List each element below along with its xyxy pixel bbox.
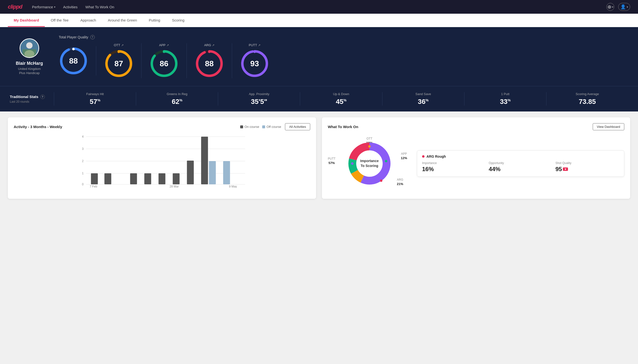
svg-point-6 bbox=[72, 48, 75, 50]
svg-text:1: 1 bbox=[82, 172, 84, 175]
all-activities-button[interactable]: All Activities bbox=[285, 123, 310, 130]
svg-rect-36 bbox=[201, 137, 208, 184]
svg-text:2: 2 bbox=[82, 160, 84, 163]
metric-importance-value: 16% bbox=[422, 166, 486, 172]
bottom-panels: Activity - 3 Months - Weekly On course O… bbox=[0, 112, 638, 204]
stat-scoring-avg: Scoring Average 73.85 bbox=[546, 92, 628, 106]
add-button[interactable]: ⊕ ▾ bbox=[606, 3, 614, 11]
wtwon-header: What To Work On View Dashboard bbox=[328, 123, 624, 130]
svg-rect-35 bbox=[187, 160, 194, 184]
subnav-around-the-green[interactable]: Around the Green bbox=[102, 14, 143, 27]
score-app: APP ↗ 86 bbox=[141, 43, 187, 78]
svg-point-9 bbox=[118, 50, 120, 53]
svg-point-12 bbox=[163, 50, 165, 53]
svg-rect-29 bbox=[91, 173, 98, 184]
player-country: United Kingdom bbox=[18, 67, 41, 71]
nav-performance[interactable]: Performance ▾ bbox=[32, 5, 55, 9]
info-card: ARG Rough Importance 16% Opportunity 44%… bbox=[417, 150, 624, 177]
putt-donut-label: PUTT 57% bbox=[328, 156, 335, 165]
putt-arrow: ↗ bbox=[258, 44, 261, 47]
svg-point-15 bbox=[208, 50, 210, 53]
score-putt: PUTT ↗ 93 bbox=[232, 43, 277, 78]
svg-text:0: 0 bbox=[82, 182, 84, 186]
trad-help-icon[interactable]: ? bbox=[40, 94, 45, 99]
svg-point-47 bbox=[385, 160, 387, 162]
top-nav: clippd Performance ▾ Activities What To … bbox=[0, 0, 638, 14]
app-donut-label: APP 12% bbox=[401, 151, 407, 160]
avatar bbox=[20, 38, 39, 58]
profile-button[interactable]: 👤 ▾ bbox=[618, 3, 630, 11]
ott-arrow: ↗ bbox=[121, 44, 124, 47]
stat-fairways-hit-value: 57% bbox=[58, 98, 132, 106]
tpq-label: Total Player Quality ? bbox=[59, 35, 628, 39]
stat-fairways-hit-label: Fairways Hit bbox=[58, 92, 132, 96]
svg-text:3: 3 bbox=[82, 147, 84, 150]
sub-nav: My Dashboard Off the Tee Approach Around… bbox=[0, 14, 638, 27]
stat-app-prox-label: App. Proximity bbox=[222, 92, 296, 96]
nav-right: ⊕ ▾ 👤 ▾ bbox=[606, 3, 630, 11]
traditional-stats: Traditional Stats ? Last 20 rounds Fairw… bbox=[0, 86, 638, 112]
info-metrics: Importance 16% Opportunity 44% Shot Qual… bbox=[422, 161, 619, 172]
svg-point-46 bbox=[368, 145, 371, 148]
metric-shot-quality: Shot Quality 95 ▼ bbox=[555, 161, 619, 172]
bar-chart-svg: 4 3 2 1 0 7 Feb 28 Mar 9 Ma bbox=[14, 134, 310, 188]
nav-links: Performance ▾ Activities What To Work On bbox=[32, 5, 597, 9]
stat-sand-save: Sand Save 36% bbox=[382, 92, 464, 106]
nav-activities[interactable]: Activities bbox=[63, 5, 78, 9]
legend-off-course: Off course bbox=[262, 125, 281, 128]
svg-rect-30 bbox=[105, 173, 111, 184]
info-card-dot bbox=[422, 155, 424, 158]
what-to-work-on-panel: What To Work On View Dashboard OTT 10% A… bbox=[322, 117, 630, 199]
logo[interactable]: clippd bbox=[8, 4, 22, 10]
subnav-my-dashboard[interactable]: My Dashboard bbox=[8, 14, 45, 27]
stat-sand-save-label: Sand Save bbox=[386, 92, 460, 96]
subnav-putting[interactable]: Putting bbox=[143, 14, 166, 27]
tpq-section: Total Player Quality ? 88 bbox=[59, 35, 628, 78]
view-dashboard-button[interactable]: View Dashboard bbox=[593, 123, 624, 130]
svg-rect-38 bbox=[223, 161, 230, 184]
stat-fairways-hit: Fairways Hit 57% bbox=[54, 92, 136, 106]
metric-opportunity: Opportunity 44% bbox=[489, 161, 552, 172]
player-handicap: Plus Handicap bbox=[19, 71, 40, 75]
off-course-dot bbox=[262, 126, 265, 128]
stat-greens-in-reg: Greens In Reg 62% bbox=[136, 92, 218, 106]
stat-up-down-label: Up & Down bbox=[304, 92, 378, 96]
overall-value: 88 bbox=[69, 56, 78, 65]
metric-shot-quality-label: Shot Quality bbox=[555, 161, 619, 165]
ott-ring: 87 bbox=[104, 49, 133, 78]
svg-rect-37 bbox=[209, 161, 216, 184]
subnav-approach[interactable]: Approach bbox=[74, 14, 102, 27]
player-info: Blair McHarg United Kingdom Plus Handica… bbox=[10, 38, 49, 75]
score-arg: ARG ↗ 88 bbox=[187, 43, 232, 78]
tpq-help-icon[interactable]: ? bbox=[90, 35, 95, 39]
svg-rect-31 bbox=[130, 173, 137, 184]
stat-app-proximity: App. Proximity 35'5" bbox=[218, 92, 300, 106]
score-overall: 88 bbox=[59, 46, 96, 76]
svg-point-1 bbox=[26, 42, 33, 49]
svg-text:Importance: Importance bbox=[360, 159, 379, 163]
metric-importance: Importance 16% bbox=[422, 161, 486, 172]
putt-ring: 93 bbox=[240, 49, 269, 78]
stat-greens-value: 62% bbox=[140, 98, 214, 106]
metric-opportunity-label: Opportunity bbox=[489, 161, 552, 165]
trad-subtitle: Last 20 rounds bbox=[10, 100, 54, 104]
trad-label-col: Traditional Stats ? Last 20 rounds bbox=[10, 94, 54, 104]
stat-one-putt: 1 Putt 33% bbox=[464, 92, 546, 106]
arg-donut-label: ARG 21% bbox=[397, 177, 403, 186]
stat-greens-label: Greens In Reg bbox=[140, 92, 214, 96]
metric-shot-quality-value: 95 ▼ bbox=[555, 166, 619, 172]
chart-legend: On course Off course bbox=[240, 125, 281, 128]
svg-rect-34 bbox=[173, 173, 180, 184]
ott-label: OTT ↗ bbox=[114, 43, 124, 47]
nav-what-to-work-on[interactable]: What To Work On bbox=[85, 5, 114, 9]
putt-value: 93 bbox=[250, 59, 259, 68]
svg-rect-33 bbox=[159, 173, 165, 184]
stat-one-putt-label: 1 Putt bbox=[468, 92, 542, 96]
subnav-scoring[interactable]: Scoring bbox=[166, 14, 190, 27]
subnav-off-the-tee[interactable]: Off the Tee bbox=[45, 14, 74, 27]
stat-up-down-value: 45% bbox=[304, 98, 378, 106]
stat-app-prox-value: 35'5" bbox=[222, 98, 296, 106]
arg-value: 88 bbox=[205, 59, 214, 68]
svg-point-48 bbox=[380, 180, 382, 182]
svg-point-18 bbox=[253, 50, 256, 53]
